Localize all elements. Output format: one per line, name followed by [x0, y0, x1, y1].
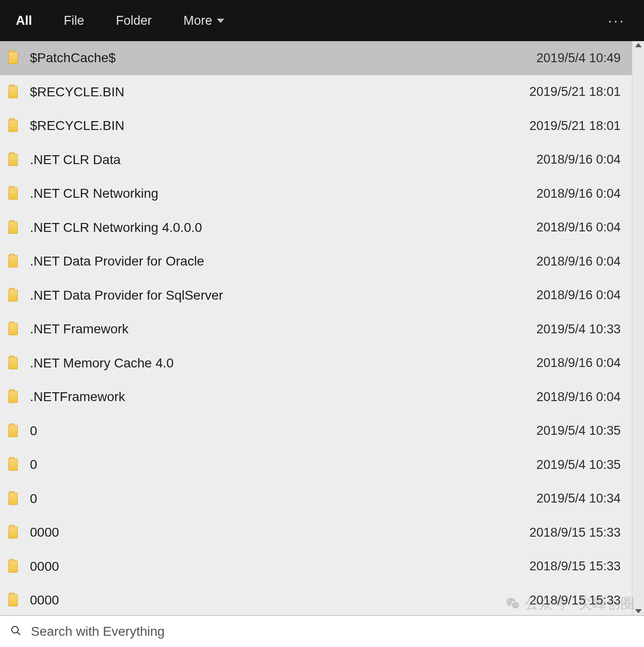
item-date: 2018/9/16 0:04: [537, 288, 623, 302]
item-name: 0000: [30, 593, 530, 608]
overflow-menu-button[interactable]: ···: [608, 13, 630, 29]
folder-icon: [8, 289, 18, 302]
list-item[interactable]: $RECYCLE.BIN2019/5/21 18:01: [0, 75, 632, 109]
item-date: 2018/9/15 15:33: [530, 525, 623, 540]
folder-icon: [8, 459, 18, 471]
folder-icon: [8, 594, 18, 606]
list-item[interactable]: .NET Memory Cache 4.02018/9/16 0:04: [0, 346, 632, 381]
item-name: .NET CLR Networking 4.0.0.0: [30, 220, 537, 235]
item-name: .NET Memory Cache 4.0: [30, 356, 537, 371]
item-name: 0: [30, 457, 537, 472]
list-item[interactable]: .NET Data Provider for SqlServer2018/9/1…: [0, 279, 632, 313]
item-name: $RECYCLE.BIN: [30, 118, 530, 133]
toolbar-tabs: All File Folder More: [14, 10, 226, 32]
list-item[interactable]: 00002018/9/15 15:33: [0, 550, 632, 584]
item-date: 2019/5/4 10:35: [537, 424, 623, 438]
folder-icon: [8, 425, 18, 437]
item-name: 0: [30, 424, 537, 439]
list-item[interactable]: .NETFramework2018/9/16 0:04: [0, 380, 632, 414]
item-date: 2018/9/16 0:04: [537, 254, 623, 269]
list-item[interactable]: 02019/5/4 10:35: [0, 448, 632, 482]
folder-icon: [8, 255, 18, 267]
list-item[interactable]: 02019/5/4 10:34: [0, 482, 632, 516]
item-name: $RECYCLE.BIN: [30, 85, 530, 100]
search-input[interactable]: [31, 624, 634, 639]
item-date: 2018/9/16 0:04: [537, 220, 623, 235]
list-item[interactable]: .NET CLR Data2018/9/16 0:04: [0, 143, 632, 177]
tab-more[interactable]: More: [182, 10, 227, 32]
item-date: 2019/5/21 18:01: [530, 119, 623, 133]
list-item[interactable]: $PatchCache$2019/5/4 10:49: [0, 41, 632, 75]
item-date: 2018/9/16 0:04: [537, 187, 623, 201]
item-name: .NET Data Provider for SqlServer: [30, 288, 537, 303]
folder-icon: [8, 154, 18, 166]
item-name: .NETFramework: [30, 389, 537, 404]
item-name: $PatchCache$: [30, 50, 537, 65]
scroll-up-icon[interactable]: [635, 43, 642, 47]
item-date: 2018/9/16 0:04: [537, 356, 623, 370]
list-item[interactable]: .NET Framework2019/5/4 10:33: [0, 312, 632, 346]
folder-icon: [8, 357, 18, 369]
search-bar: [0, 615, 644, 647]
chevron-down-icon: [217, 19, 224, 23]
tab-folder[interactable]: Folder: [114, 10, 154, 32]
tab-all[interactable]: All: [14, 10, 34, 32]
item-name: .NET CLR Data: [30, 152, 537, 167]
item-date: 2018/9/16 0:04: [537, 390, 623, 404]
list-item[interactable]: .NET Data Provider for Oracle2018/9/16 0…: [0, 244, 632, 279]
item-name: 0000: [30, 525, 530, 540]
tab-file[interactable]: File: [62, 10, 86, 32]
list-item[interactable]: .NET CLR Networking 4.0.0.02018/9/16 0:0…: [0, 211, 632, 245]
scroll-down-icon[interactable]: [635, 609, 642, 613]
item-name: .NET CLR Networking: [30, 186, 537, 201]
list-item[interactable]: $RECYCLE.BIN2019/5/21 18:01: [0, 109, 632, 143]
item-date: 2019/5/4 10:33: [537, 322, 623, 337]
item-date: 2019/5/4 10:34: [537, 491, 623, 506]
list-item[interactable]: 00002018/9/15 15:33: [0, 516, 632, 550]
list-item[interactable]: .NET CLR Networking2018/9/16 0:04: [0, 177, 632, 211]
folder-icon: [8, 222, 18, 234]
scrollbar[interactable]: [632, 41, 644, 615]
list-item[interactable]: 00002018/9/15 15:33: [0, 583, 632, 615]
folder-icon: [8, 561, 18, 573]
tab-more-label: More: [184, 14, 213, 28]
item-name: .NET Framework: [30, 322, 537, 337]
item-date: 2018/9/16 0:04: [537, 152, 623, 167]
item-name: 0: [30, 491, 537, 506]
search-icon: [10, 625, 21, 638]
folder-icon: [8, 120, 18, 132]
folder-icon: [8, 391, 18, 403]
content-area: $PatchCache$2019/5/4 10:49$RECYCLE.BIN20…: [0, 41, 644, 615]
item-date: 2018/9/15 15:33: [530, 559, 623, 574]
svg-point-0: [12, 626, 18, 633]
folder-icon: [8, 52, 18, 64]
toolbar: All File Folder More ···: [0, 0, 644, 41]
list-item[interactable]: 02019/5/4 10:35: [0, 414, 632, 448]
folder-icon: [8, 86, 18, 98]
item-date: 2018/9/15 15:33: [530, 593, 623, 608]
file-list: $PatchCache$2019/5/4 10:49$RECYCLE.BIN20…: [0, 41, 632, 615]
svg-line-1: [17, 632, 20, 635]
item-name: .NET Data Provider for Oracle: [30, 254, 537, 269]
folder-icon: [8, 493, 18, 505]
folder-icon: [8, 323, 18, 335]
item-date: 2019/5/21 18:01: [530, 85, 623, 99]
item-name: 0000: [30, 559, 530, 574]
item-date: 2019/5/4 10:49: [537, 51, 623, 65]
folder-icon: [8, 526, 18, 539]
folder-icon: [8, 187, 18, 200]
item-date: 2019/5/4 10:35: [537, 458, 623, 472]
